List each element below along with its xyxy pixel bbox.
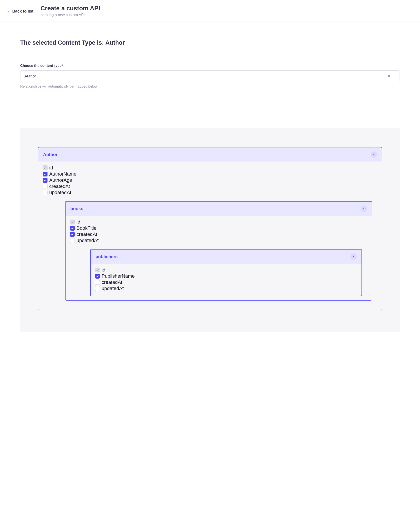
field-name: updatedAt xyxy=(101,286,124,291)
field-name: createdAt xyxy=(101,280,122,285)
collapse-toggle[interactable] xyxy=(350,253,357,260)
field-checkbox[interactable] xyxy=(70,232,75,237)
back-to-list-link[interactable]: Back to list xyxy=(6,9,33,14)
tree-node-books-title: books xyxy=(70,206,83,211)
field-row: createdAt xyxy=(43,184,377,189)
chevron-down-icon[interactable] xyxy=(393,75,396,77)
field-row: id xyxy=(43,165,377,171)
field-row: BookTitle xyxy=(70,225,367,231)
field-name: createdAt xyxy=(49,184,70,189)
collapse-toggle[interactable] xyxy=(371,151,377,158)
tree-node-publishers: publishers idPublisherNamecreatedAtupdat… xyxy=(90,249,362,296)
tree-node-books-header[interactable]: books xyxy=(65,202,372,216)
field-checkbox[interactable] xyxy=(43,184,47,189)
field-name: PublisherName xyxy=(101,273,135,279)
tree-node-author-header[interactable]: Author xyxy=(38,147,382,161)
field-row: id xyxy=(70,219,367,225)
content-type-section: The selected Content Type is: Author Cho… xyxy=(0,22,420,102)
content-type-select[interactable]: Author xyxy=(20,70,400,82)
field-checkbox[interactable] xyxy=(95,286,100,291)
field-row: createdAt xyxy=(70,232,367,237)
collapse-toggle[interactable] xyxy=(361,206,367,212)
content-type-heading: The selected Content Type is: Author xyxy=(20,39,400,46)
field-name: AuthorName xyxy=(49,171,76,177)
field-row: updatedAt xyxy=(70,238,367,243)
field-row: updatedAt xyxy=(95,286,357,291)
content-type-field-label: Choose the content-type* xyxy=(20,64,400,68)
field-checkbox[interactable] xyxy=(43,178,47,183)
fields-tree-section: Author idAuthorNameAuthorAgecreatedAtupd… xyxy=(0,104,420,348)
section-divider xyxy=(0,102,420,104)
tree-node-author-title: Author xyxy=(43,152,58,157)
field-name: updatedAt xyxy=(76,238,99,243)
field-checkbox[interactable] xyxy=(43,172,47,177)
field-name: id xyxy=(101,267,105,273)
field-row: PublisherName xyxy=(95,273,357,279)
field-row: AuthorAge xyxy=(43,177,377,183)
field-name: AuthorAge xyxy=(49,177,72,183)
field-name: updatedAt xyxy=(49,190,71,195)
page-header: Back to list Create a custom API creatin… xyxy=(0,1,420,22)
content-type-select-value: Author xyxy=(24,74,387,79)
tree-node-author: Author idAuthorNameAuthorAgecreatedAtupd… xyxy=(38,147,382,310)
close-icon[interactable] xyxy=(387,74,391,78)
field-checkbox[interactable] xyxy=(70,238,75,243)
field-checkbox[interactable] xyxy=(70,226,75,231)
content-type-helper: Relationships will automatically be mapp… xyxy=(20,84,400,88)
field-row: updatedAt xyxy=(43,190,377,195)
field-name: id xyxy=(49,165,53,171)
arrow-left-icon xyxy=(6,9,10,14)
field-name: createdAt xyxy=(76,232,97,237)
back-link-label: Back to list xyxy=(12,9,33,14)
tree-node-publishers-title: publishers xyxy=(95,254,118,259)
field-checkbox[interactable] xyxy=(95,280,100,285)
field-checkbox[interactable] xyxy=(43,190,47,195)
field-row: createdAt xyxy=(95,280,357,285)
field-checkbox xyxy=(70,220,75,225)
page-subtitle: creating a new custom API xyxy=(40,13,100,17)
tree-node-publishers-header[interactable]: publishers xyxy=(91,250,362,264)
field-row: id xyxy=(95,267,357,273)
field-name: id xyxy=(76,219,80,225)
page-title: Create a custom API xyxy=(40,5,100,12)
field-name: BookTitle xyxy=(76,225,97,231)
field-checkbox xyxy=(43,166,47,170)
tree-area: Author idAuthorNameAuthorAgecreatedAtupd… xyxy=(20,128,400,332)
field-row: AuthorName xyxy=(43,171,377,177)
field-checkbox[interactable] xyxy=(95,274,100,279)
tree-node-books: books idBookTitlecreatedAtupdatedAt xyxy=(65,201,372,300)
field-checkbox xyxy=(95,268,100,272)
